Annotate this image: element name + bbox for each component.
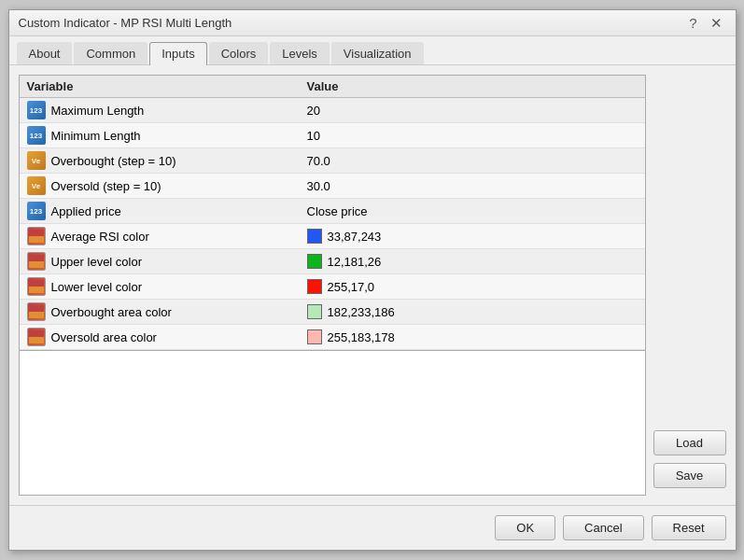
icon-ve: Ve xyxy=(27,176,46,195)
table-row[interactable]: 123 Applied price Close price xyxy=(20,199,645,224)
icon-color xyxy=(27,227,46,245)
svg-rect-1 xyxy=(29,236,44,243)
help-button[interactable]: ? xyxy=(685,16,700,30)
icon-ve: Ve xyxy=(27,151,46,170)
icon-color xyxy=(27,277,46,296)
variable-label: Minimum Length xyxy=(51,129,141,143)
cell-variable: 123 Minimum Length xyxy=(20,123,300,147)
load-button[interactable]: Load xyxy=(653,430,726,455)
tab-bar: About Common Inputs Colors Levels Visual… xyxy=(9,36,736,65)
value-text: 20 xyxy=(307,104,320,118)
cell-variable: Ve Oversold (step = 10) xyxy=(20,174,300,198)
cell-value: 30.0 xyxy=(300,176,645,196)
icon-color xyxy=(27,252,46,271)
main-window: Custom Indicator - MP RSI Multi Length ?… xyxy=(8,9,737,551)
variable-label: Applied price xyxy=(51,204,121,218)
icon-color xyxy=(27,328,46,346)
svg-rect-3 xyxy=(29,261,44,268)
content-area: Variable Value 123 Maximum Length 20 xyxy=(9,65,736,505)
svg-rect-0 xyxy=(29,230,44,236)
value-text: 182,233,186 xyxy=(328,305,395,319)
table-row[interactable]: Upper level color 12,181,26 xyxy=(20,249,645,274)
value-text: 30.0 xyxy=(307,179,330,193)
variable-label: Oversold area color xyxy=(51,330,157,344)
variable-label: Overbought (step = 10) xyxy=(51,154,176,168)
cell-variable: Oversold area color xyxy=(20,325,300,349)
cell-variable: 123 Maximum Length xyxy=(20,98,300,122)
tab-colors[interactable]: Colors xyxy=(209,42,269,64)
cell-value: 255,17,0 xyxy=(300,276,645,297)
window-title: Custom Indicator - MP RSI Multi Length xyxy=(19,16,232,30)
svg-rect-4 xyxy=(29,280,44,287)
icon-color xyxy=(27,302,46,321)
variable-label: Average RSI color xyxy=(51,230,149,244)
color-swatch xyxy=(307,254,322,269)
cell-variable: Ve Overbought (step = 10) xyxy=(20,148,300,173)
tab-levels[interactable]: Levels xyxy=(270,42,330,64)
color-swatch xyxy=(307,279,322,294)
icon-123: 123 xyxy=(27,202,46,220)
close-button[interactable]: ✕ xyxy=(707,16,726,30)
cell-value: 10 xyxy=(300,126,645,146)
variable-label: Maximum Length xyxy=(51,104,145,118)
svg-rect-2 xyxy=(29,255,44,261)
color-swatch xyxy=(307,304,322,319)
reset-button[interactable]: Reset xyxy=(652,515,726,540)
ok-button[interactable]: OK xyxy=(495,515,555,540)
title-bar: Custom Indicator - MP RSI Multi Length ?… xyxy=(9,10,736,36)
tab-inputs[interactable]: Inputs xyxy=(149,42,206,65)
empty-area xyxy=(19,351,646,496)
cell-value: 182,233,186 xyxy=(300,301,645,322)
save-button[interactable]: Save xyxy=(653,463,726,488)
value-text: 255,17,0 xyxy=(328,280,375,294)
table-row[interactable]: Lower level color 255,17,0 xyxy=(20,274,645,300)
cancel-button[interactable]: Cancel xyxy=(563,515,643,540)
table-row[interactable]: Average RSI color 33,87,243 xyxy=(20,224,645,249)
value-text: 12,181,26 xyxy=(328,255,382,269)
tab-about[interactable]: About xyxy=(17,42,73,64)
value-text: 255,183,178 xyxy=(328,330,395,344)
cell-variable: Upper level color xyxy=(20,249,300,273)
value-text: 70.0 xyxy=(307,154,330,168)
data-table: Variable Value 123 Maximum Length 20 xyxy=(19,75,646,351)
color-swatch xyxy=(307,329,322,344)
cell-value: 33,87,243 xyxy=(300,226,645,246)
cell-value: 20 xyxy=(300,101,645,120)
tab-visualization[interactable]: Visualization xyxy=(331,42,424,64)
svg-rect-5 xyxy=(29,287,44,293)
table-row[interactable]: Ve Overbought (step = 10) 70.0 xyxy=(20,148,645,174)
bottom-bar: OK Cancel Reset xyxy=(9,505,736,550)
value-text: Close price xyxy=(307,204,368,218)
tab-common[interactable]: Common xyxy=(74,42,147,64)
cell-variable: Overbought area color xyxy=(20,300,300,324)
icon-123: 123 xyxy=(27,126,46,145)
table-row[interactable]: Overbought area color 182,233,186 xyxy=(20,300,645,325)
table-row[interactable]: Oversold area color 255,183,178 xyxy=(20,325,645,350)
icon-123: 123 xyxy=(27,101,46,119)
table-row[interactable]: 123 Maximum Length 20 xyxy=(20,98,645,123)
cell-variable: 123 Applied price xyxy=(20,199,300,223)
cell-value: 12,181,26 xyxy=(300,251,645,272)
variable-label: Lower level color xyxy=(51,280,143,294)
variable-label: Upper level color xyxy=(51,255,143,269)
side-buttons-area: Load Save xyxy=(646,75,726,496)
main-panel: Variable Value 123 Maximum Length 20 xyxy=(19,75,646,496)
side-btn-group: Load Save xyxy=(653,430,726,488)
cell-value: 255,183,178 xyxy=(300,327,645,347)
table-header: Variable Value xyxy=(20,76,645,98)
value-text: 33,87,243 xyxy=(328,230,382,244)
svg-rect-8 xyxy=(29,330,44,337)
value-text: 10 xyxy=(307,129,320,143)
table-row[interactable]: Ve Oversold (step = 10) 30.0 xyxy=(20,174,645,199)
svg-rect-9 xyxy=(29,337,44,343)
table-row[interactable]: 123 Minimum Length 10 xyxy=(20,123,645,148)
variable-label: Overbought area color xyxy=(51,305,172,319)
variable-label: Oversold (step = 10) xyxy=(51,179,161,193)
cell-variable: Average RSI color xyxy=(20,224,300,248)
header-value: Value xyxy=(300,76,645,97)
color-swatch xyxy=(307,229,322,244)
cell-value: 70.0 xyxy=(300,151,645,171)
svg-rect-7 xyxy=(29,312,44,318)
svg-rect-6 xyxy=(29,305,44,312)
cell-variable: Lower level color xyxy=(20,274,300,299)
